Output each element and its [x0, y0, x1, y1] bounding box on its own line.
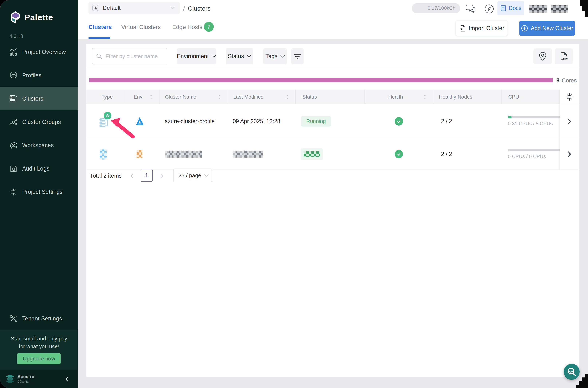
cell-cpu: 0 CPUs / 0 CPUs	[501, 138, 560, 170]
upgrade-available-badge	[104, 112, 112, 120]
import-cluster-button[interactable]: Import Cluster	[456, 21, 508, 36]
chevron-down-icon	[204, 174, 209, 177]
sidebar-item-project-settings[interactable]: Project Settings	[0, 180, 78, 204]
cell-healthy-nodes: 2 / 2	[433, 104, 501, 138]
chevron-down-icon	[280, 55, 285, 58]
export-csv-button[interactable]: csv	[555, 48, 573, 64]
health-check-icon	[395, 117, 403, 125]
tab-clusters[interactable]: Clusters	[89, 24, 112, 30]
sidebar-item-label: Workspaces	[22, 142, 54, 149]
column-header-cluster-name[interactable]: Cluster Name	[159, 90, 228, 104]
svg-text:csv: csv	[563, 58, 568, 60]
table-row-redacted[interactable]: 2 / 2 0 CPUs / 0 CPUs	[86, 138, 560, 170]
audit-icon	[9, 165, 18, 173]
column-header-last-modified[interactable]: Last Modified	[228, 90, 295, 104]
cell-cluster-name	[159, 138, 228, 170]
column-header-healthy-nodes[interactable]: Healthy Nodes	[433, 90, 501, 104]
sidebar-item-audit-logs[interactable]: Audit Logs	[0, 157, 78, 180]
table-row-azure-cluster[interactable]: azure-cluster-profile 09 Apr 2025, 12:28…	[86, 104, 560, 138]
upgrade-button[interactable]: Upgrade now	[17, 353, 61, 364]
sort-icon[interactable]	[150, 95, 152, 99]
chevron-right-icon	[568, 118, 571, 124]
pagination-page-1[interactable]: 1	[140, 169, 153, 182]
cores-unit: Cores	[562, 77, 577, 84]
cell-cluster-name[interactable]: azure-cluster-profile	[159, 104, 228, 138]
sidebar-collapse-button[interactable]	[63, 375, 71, 383]
project-selector-value: Default	[103, 5, 120, 11]
active-tab-underline	[89, 37, 110, 39]
environment-filter[interactable]: Environment	[177, 48, 216, 65]
cell-env	[124, 104, 159, 138]
project-selector[interactable]: Default	[89, 2, 180, 14]
chat-icon	[465, 4, 476, 14]
pagination-prev-button[interactable]	[129, 172, 136, 180]
sort-icon[interactable]	[218, 95, 221, 99]
chevron-right-icon	[160, 173, 163, 178]
page-size-select[interactable]: 25 / page	[173, 169, 212, 182]
brand-name-line2: Cloud	[18, 379, 34, 384]
column-header-health[interactable]: Health	[364, 90, 433, 104]
redacted-env-icon	[136, 150, 142, 158]
palette-logo[interactable]: Palette	[10, 10, 53, 24]
breadcrumb-current: Clusters	[188, 5, 211, 12]
double-chevron-up-icon	[105, 113, 110, 118]
cell-status: Running	[295, 104, 364, 138]
sidebar-item-project-overview[interactable]: Project Overview	[0, 40, 78, 64]
servers-icon	[9, 95, 18, 103]
tabs-row: Clusters Virtual Clusters Edge Hosts 7 I…	[78, 18, 588, 39]
docs-label: Docs	[509, 5, 521, 11]
pagination-next-button[interactable]	[158, 172, 165, 180]
more-filters-button[interactable]	[291, 48, 304, 65]
search-input[interactable]	[105, 53, 164, 60]
layers-icon	[9, 72, 18, 79]
help-compass-button[interactable]	[484, 4, 494, 15]
chart-icon	[9, 48, 18, 56]
book-icon	[500, 5, 506, 11]
docs-link[interactable]: Docs	[497, 1, 524, 15]
cell-status	[295, 138, 364, 170]
chevron-left-icon	[131, 173, 134, 178]
row-expand-button[interactable]	[560, 104, 579, 138]
sidebar-item-tenant-settings[interactable]: Tenant Settings	[0, 307, 78, 330]
row-expand-button[interactable]	[560, 138, 579, 170]
sort-icon[interactable]	[286, 95, 289, 99]
column-header-cpu[interactable]: CPU	[501, 90, 560, 104]
plus-circle-icon	[521, 25, 528, 32]
add-new-cluster-button[interactable]: Add New Cluster	[519, 21, 575, 36]
feedback-search-fab[interactable]	[564, 364, 580, 380]
filter-lines-icon	[294, 53, 301, 60]
map-view-button[interactable]	[533, 48, 552, 64]
redacted-date	[233, 151, 263, 158]
cell-env	[124, 138, 159, 170]
sort-icon[interactable]	[424, 95, 426, 99]
palette-logo-icon	[10, 10, 21, 24]
import-cluster-label: Import Cluster	[469, 25, 504, 31]
sidebar-item-workspaces[interactable]: Workspaces	[0, 134, 78, 157]
cluster-search[interactable]	[92, 48, 167, 65]
table-settings-button[interactable]	[560, 90, 579, 104]
sidebar-item-label: Audit Logs	[22, 165, 49, 172]
sidebar-item-clusters[interactable]: Clusters	[0, 87, 78, 110]
cell-type	[86, 138, 124, 170]
sidebar-item-profiles[interactable]: Profiles	[0, 64, 78, 87]
table-action-column	[560, 90, 579, 170]
redacted-cluster-name	[165, 151, 203, 158]
tab-edge-hosts[interactable]: Edge Hosts	[172, 24, 202, 30]
column-header-type[interactable]: Type	[86, 90, 124, 104]
cell-health	[364, 104, 433, 138]
column-header-env[interactable]: Env	[124, 90, 159, 104]
column-header-status[interactable]: Status	[295, 90, 364, 104]
network-icon	[9, 118, 18, 126]
sidebar-item-cluster-groups[interactable]: Cluster Groups	[0, 110, 78, 134]
upgrade-text-line2: for what you use!	[0, 343, 78, 350]
chat-button[interactable]	[465, 4, 476, 15]
cell-healthy-nodes: 2 / 2	[433, 138, 501, 170]
cluster-type-icon	[99, 118, 109, 128]
tags-filter[interactable]: Tags	[263, 48, 287, 65]
status-filter[interactable]: Status	[226, 48, 253, 65]
gear-icon	[565, 93, 574, 101]
compass-icon	[484, 4, 494, 14]
tab-virtual-clusters[interactable]: Virtual Clusters	[121, 24, 160, 30]
brand-name-line1: Spectro	[18, 374, 34, 379]
edge-hosts-count-badge: 7	[204, 22, 214, 32]
